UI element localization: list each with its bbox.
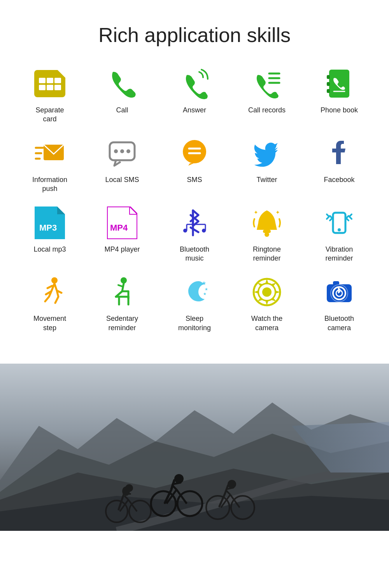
label-information-push: Informationpush xyxy=(32,175,67,194)
vibration-icon xyxy=(324,207,355,238)
label-ringtone-reminder: Ringtonereminder xyxy=(253,245,281,263)
label-sms: SMS xyxy=(187,175,202,184)
label-twitter: Twitter xyxy=(256,175,277,184)
label-phone-book: Phone book xyxy=(321,106,358,115)
svg-marker-31 xyxy=(130,206,137,214)
svg-rect-2 xyxy=(39,78,46,83)
svg-rect-7 xyxy=(54,85,61,90)
label-local-mp3: Local mp3 xyxy=(33,245,66,254)
sms-icon xyxy=(179,138,210,169)
icon-twitter: Twitter xyxy=(233,136,301,194)
bluetooth-camera-icon xyxy=(324,276,355,308)
icons-grid: Separatecard Call Answer xyxy=(8,66,381,348)
facebook-icon xyxy=(324,138,355,169)
info-push-icon xyxy=(34,138,65,169)
icon-answer: Answer xyxy=(160,66,229,124)
icon-mp4-player: MP4 MP4 player xyxy=(88,205,156,263)
icon-watch-camera: Watch thecamera xyxy=(233,275,301,332)
mountain-scene xyxy=(0,364,389,531)
ringtone-icon: ✦ ✦ xyxy=(251,207,282,238)
watch-camera-icon xyxy=(251,276,282,308)
svg-point-23 xyxy=(126,149,130,153)
sedentary-icon xyxy=(107,276,138,308)
icon-call-records: Call records xyxy=(233,66,301,124)
svg-point-22 xyxy=(120,149,124,153)
phone-book-icon xyxy=(324,68,355,99)
answer-icon xyxy=(179,68,210,99)
svg-rect-13 xyxy=(327,82,330,86)
svg-text:✦: ✦ xyxy=(254,209,258,215)
label-facebook: Facebook xyxy=(324,175,354,184)
twitter-icon xyxy=(251,138,282,169)
local-sms-icon xyxy=(107,138,138,169)
label-separate-card: Separatecard xyxy=(35,106,64,124)
icon-separate-card: Separatecard xyxy=(16,66,84,124)
label-sleep-monitoring: Sleepmonitoring xyxy=(178,314,211,332)
mp4-icon: MP4 xyxy=(107,206,137,239)
icon-information-push: Informationpush xyxy=(16,136,84,194)
icon-sleep-monitoring: ★ ★ ★ Sleepmonitoring xyxy=(160,275,229,332)
background-image xyxy=(0,364,389,531)
label-bluetooth-camera: Bluetoothcamera xyxy=(324,314,354,332)
svg-rect-12 xyxy=(327,75,330,79)
sleep-icon: ★ ★ ★ xyxy=(179,276,210,308)
label-call: Call xyxy=(116,106,128,115)
svg-point-55 xyxy=(262,287,272,297)
svg-rect-5 xyxy=(39,85,46,90)
movement-icon xyxy=(34,276,65,308)
icon-facebook: Facebook xyxy=(305,136,373,194)
label-movement-step: Movementstep xyxy=(33,314,66,332)
svg-rect-3 xyxy=(47,78,53,83)
svg-point-40 xyxy=(265,232,269,237)
icon-bluetooth-music: Bluetoothmusic xyxy=(160,205,229,263)
label-sedentary-reminder: Sedentaryreminder xyxy=(106,314,138,332)
icon-bluetooth-camera: Bluetoothcamera xyxy=(305,275,373,332)
svg-point-86 xyxy=(228,480,236,488)
svg-rect-11 xyxy=(329,70,349,98)
page-title: Rich application skills xyxy=(8,23,381,47)
icon-ringtone-reminder: ✦ ✦ Ringtonereminder xyxy=(233,205,301,263)
label-vibration-reminder: Vibrationreminder xyxy=(325,245,353,263)
label-watch-camera: Watch thecamera xyxy=(251,314,282,332)
icon-local-mp3: MP3 Local mp3 xyxy=(16,205,84,263)
label-answer: Answer xyxy=(183,106,206,115)
svg-point-44 xyxy=(338,228,341,231)
sim-icon xyxy=(34,70,65,97)
bluetooth-music-icon xyxy=(179,207,210,238)
svg-rect-6 xyxy=(47,85,53,90)
icon-phone-book: Phone book xyxy=(305,66,373,124)
label-local-sms: Local SMS xyxy=(105,175,139,184)
label-bluetooth-music: Bluetoothmusic xyxy=(180,245,209,263)
svg-text:MP3: MP3 xyxy=(39,223,57,233)
icon-sms: SMS xyxy=(160,136,229,194)
svg-point-24 xyxy=(183,140,206,163)
icon-call: Call xyxy=(88,66,156,124)
mp3-icon: MP3 xyxy=(35,206,65,239)
call-icon xyxy=(107,68,138,99)
svg-rect-14 xyxy=(327,89,330,93)
icon-movement-step: Movementstep xyxy=(16,275,84,332)
svg-text:★: ★ xyxy=(205,287,208,291)
svg-rect-0 xyxy=(34,70,65,97)
icon-local-sms: Local SMS xyxy=(88,136,156,194)
svg-point-74 xyxy=(125,484,133,492)
icon-vibration-reminder: Vibrationreminder xyxy=(305,205,373,263)
call-records-icon xyxy=(251,68,282,99)
svg-marker-28 xyxy=(57,206,65,214)
label-call-records: Call records xyxy=(248,106,286,115)
label-mp4-player: MP4 player xyxy=(104,245,140,254)
svg-text:★: ★ xyxy=(202,280,207,286)
svg-rect-4 xyxy=(54,78,61,83)
svg-text:★: ★ xyxy=(203,292,207,296)
svg-text:MP4: MP4 xyxy=(110,223,128,233)
icon-sedentary-reminder: Sedentaryreminder xyxy=(88,275,156,332)
svg-point-21 xyxy=(114,149,118,153)
svg-text:✦: ✦ xyxy=(275,209,280,215)
